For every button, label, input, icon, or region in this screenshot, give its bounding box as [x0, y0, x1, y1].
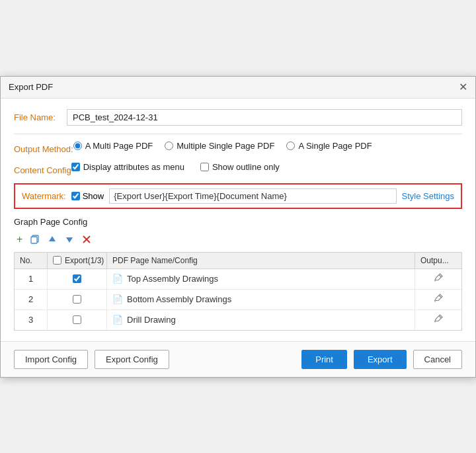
watermark-show-label: Show [83, 191, 104, 201]
radio-multiple-single-label: Multiple Single Page PDF [177, 141, 274, 151]
row-3-page-name-text: Drill Drawing [127, 315, 176, 325]
row-2-output [415, 290, 461, 309]
delete-icon [82, 235, 91, 244]
export-pdf-dialog: Export PDF ✕ File Name: Output Method: A… [0, 76, 476, 378]
graph-page-config-section: Graph Page Config + [14, 217, 462, 331]
graph-page-toolbar: + [14, 232, 462, 247]
page-icon-1: 📄 [112, 274, 123, 284]
row-1-page-name: 📄 Top Assembly Drawings [107, 269, 415, 289]
export-header-label[interactable]: Export(1/3) [53, 256, 101, 265]
row-3-edit-button[interactable] [434, 314, 443, 325]
content-config-row: Content Config Display attributes as men… [14, 162, 462, 175]
radio-single-page-input[interactable] [286, 142, 295, 150]
row-1-edit-button[interactable] [434, 273, 443, 284]
checkbox-display-attrs-label: Display attributes as menu [83, 162, 184, 172]
row-3-no: 3 [15, 310, 48, 330]
page-icon-3: 📄 [112, 315, 123, 325]
col-header-export: Export(1/3) [48, 253, 107, 268]
edit-icon-1 [434, 273, 443, 282]
dialog-title: Export PDF [9, 82, 53, 92]
content-config-label: Content Config [14, 162, 71, 175]
copy-icon [30, 235, 40, 244]
output-method-options: A Multi Page PDF Multiple Single Page PD… [73, 141, 462, 151]
export-config-button[interactable]: Export Config [95, 350, 169, 369]
print-button[interactable]: Print [301, 350, 347, 369]
graph-page-config-title: Graph Page Config [14, 217, 462, 227]
edit-icon-2 [434, 294, 443, 303]
svg-marker-5 [66, 237, 73, 243]
row-1-no: 1 [15, 269, 48, 289]
content-config-options: Display attributes as menu Show outline … [71, 162, 462, 172]
row-2-page-name-text: Bottom Assembly Drawings [127, 294, 231, 304]
col-header-no: No. [15, 253, 48, 268]
row-2-page-name: 📄 Bottom Assembly Drawings [107, 290, 415, 309]
radio-multiple-single-input[interactable] [165, 142, 173, 150]
svg-marker-4 [49, 236, 56, 241]
row-2-edit-button[interactable] [434, 294, 443, 305]
file-name-label: File Name: [14, 109, 67, 122]
graph-page-table: No. Export(1/3) PDF Page Name/Config Out… [14, 252, 462, 331]
row-2-export-checkbox[interactable] [73, 295, 81, 304]
row-1-output [415, 269, 461, 289]
export-header-text: Export(1/3) [65, 256, 104, 265]
watermark-row: Watermark: Show Style Settings [14, 183, 462, 209]
row-3-export [48, 310, 107, 330]
up-arrow-icon [48, 235, 57, 244]
separator-1 [14, 134, 462, 134]
page-icon-2: 📄 [112, 294, 123, 304]
row-2-no: 2 [15, 290, 48, 309]
add-button[interactable]: + [14, 232, 25, 247]
file-name-input[interactable] [67, 109, 462, 126]
row-3-output [415, 310, 461, 330]
watermark-text-input[interactable] [109, 188, 396, 204]
watermark-show-checkbox[interactable]: Show [71, 191, 104, 201]
row-1-page-name-text: Top Assembly Drawings [127, 274, 218, 284]
dialog-body: File Name: Output Method: A Multi Page P… [1, 99, 475, 341]
file-name-control [67, 109, 462, 126]
row-2-export [48, 290, 107, 309]
dialog-footer: Import Config Export Config Print Export… [1, 341, 475, 377]
table-header: No. Export(1/3) PDF Page Name/Config Out… [15, 253, 461, 269]
watermark-show-input[interactable] [71, 192, 80, 200]
radio-multiple-single[interactable]: Multiple Single Page PDF [165, 141, 274, 151]
down-arrow-icon [65, 235, 74, 244]
delete-button[interactable] [79, 233, 94, 245]
import-config-button[interactable]: Import Config [14, 350, 88, 369]
table-row: 2 📄 Bottom Assembly Drawings [15, 290, 461, 310]
move-up-button[interactable] [45, 233, 60, 245]
file-name-row: File Name: [14, 109, 462, 126]
close-button[interactable]: ✕ [459, 82, 467, 93]
row-3-page-name: 📄 Drill Drawing [107, 310, 415, 330]
checkbox-show-outline-label: Show outline only [212, 162, 280, 172]
radio-multi-page-label: A Multi Page PDF [85, 141, 153, 151]
move-down-button[interactable] [62, 233, 77, 245]
table-row: 1 📄 Top Assembly Drawings [15, 269, 461, 290]
style-settings-button[interactable]: Style Settings [402, 191, 455, 201]
export-button[interactable]: Export [354, 350, 407, 369]
copy-button[interactable] [28, 233, 42, 245]
watermark-label: Watermark: [22, 191, 66, 201]
footer-right: Print Export Cancel [301, 350, 462, 369]
svg-rect-3 [31, 237, 37, 243]
row-1-export-checkbox[interactable] [73, 274, 81, 283]
radio-single-page[interactable]: A Single Page PDF [286, 141, 372, 151]
export-all-checkbox[interactable] [53, 256, 61, 265]
checkbox-display-attrs[interactable]: Display attributes as menu [71, 162, 184, 172]
radio-multi-page-input[interactable] [73, 142, 82, 150]
radio-multi-page[interactable]: A Multi Page PDF [73, 141, 153, 151]
checkbox-display-attrs-input[interactable] [71, 163, 80, 171]
output-method-row: Output Method: A Multi Page PDF Multiple… [14, 141, 462, 154]
col-header-page-name: PDF Page Name/Config [107, 253, 415, 268]
row-1-export [48, 269, 107, 289]
checkbox-show-outline-input[interactable] [200, 163, 209, 171]
cancel-button[interactable]: Cancel [413, 350, 462, 369]
row-3-export-checkbox[interactable] [73, 315, 81, 324]
title-bar: Export PDF ✕ [1, 77, 475, 99]
radio-single-page-label: A Single Page PDF [298, 141, 372, 151]
footer-left: Import Config Export Config [14, 350, 169, 369]
watermark-wrapper: Watermark: Show Style Settings [14, 183, 462, 209]
output-method-label: Output Method: [14, 141, 73, 154]
col-header-output: Outpu... [415, 253, 461, 268]
table-row: 3 📄 Drill Drawing [15, 310, 461, 330]
checkbox-show-outline[interactable]: Show outline only [200, 162, 280, 172]
